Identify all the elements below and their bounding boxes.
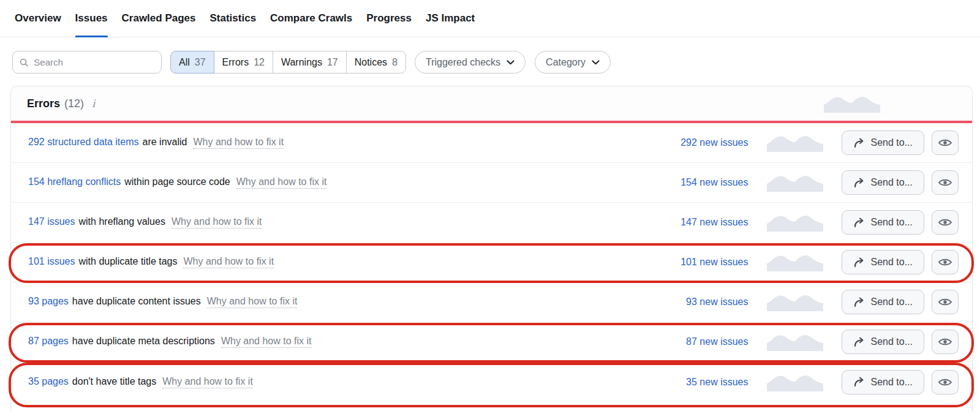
issue-count-link[interactable]: 35 pages <box>28 376 69 387</box>
new-issues-link[interactable]: 147 new issues <box>657 217 748 228</box>
send-to-button[interactable]: Send to... <box>842 210 925 235</box>
why-how-to-fix-link[interactable]: Why and how to fix it <box>172 216 262 228</box>
issue-text: 35 pages don't have title tags Why and h… <box>28 376 657 388</box>
hide-issue-button[interactable] <box>932 250 959 274</box>
search-box[interactable] <box>12 51 162 74</box>
trend-placeholder-icon <box>767 253 823 271</box>
why-how-to-fix-link[interactable]: Why and how to fix it <box>162 376 253 388</box>
new-issues-link[interactable]: 154 new issues <box>657 177 748 188</box>
send-to-button[interactable]: Send to... <box>842 290 925 314</box>
new-issues-link[interactable]: 93 new issues <box>657 296 748 308</box>
issue-count-link[interactable]: 154 hreflang conflicts <box>28 176 121 187</box>
issue-row: 87 pages have duplicate meta description… <box>11 322 972 362</box>
issue-description: within page source code <box>124 176 230 187</box>
trend-placeholder-icon <box>767 173 823 192</box>
send-to-button[interactable]: Send to... <box>842 170 925 195</box>
send-to-button[interactable]: Send to... <box>842 370 925 394</box>
issue-description: have duplicate meta descriptions <box>72 336 215 347</box>
severity-segmented-control: All 37 Errors 12 Warnings 17 Notices 8 <box>170 51 406 74</box>
forward-arrow-icon <box>853 297 865 308</box>
top-nav: Overview Issues Crawled Pages Statistics… <box>0 0 980 37</box>
trend-placeholder-icon <box>767 373 823 391</box>
eye-icon <box>938 297 952 307</box>
segment-count: 8 <box>392 57 398 68</box>
why-how-to-fix-link[interactable]: Why and how to fix it <box>207 296 298 308</box>
trend-placeholder-icon <box>767 293 823 311</box>
segment-all[interactable]: All 37 <box>170 51 214 74</box>
send-to-button[interactable]: Send to... <box>842 130 925 155</box>
filter-bar: All 37 Errors 12 Warnings 17 Notices 8 T… <box>0 37 980 74</box>
send-to-label: Send to... <box>871 296 913 308</box>
segment-label: Warnings <box>281 57 322 68</box>
new-issues-link[interactable]: 292 new issues <box>657 137 748 148</box>
hide-issue-button[interactable] <box>932 210 959 235</box>
issue-description: are invalid <box>143 137 187 148</box>
issue-description: with hreflang values <box>79 216 165 227</box>
search-icon <box>20 58 28 67</box>
issue-count-link[interactable]: 101 issues <box>28 256 75 267</box>
send-to-button[interactable]: Send to... <box>842 250 925 274</box>
tab-overview[interactable]: Overview <box>15 0 61 37</box>
segment-notices[interactable]: Notices 8 <box>346 51 406 74</box>
section-title: Errors <box>27 97 60 110</box>
info-icon[interactable]: i <box>92 97 95 110</box>
why-how-to-fix-link[interactable]: Why and how to fix it <box>183 256 274 268</box>
issue-row: 154 hreflang conflicts within page sourc… <box>11 163 972 203</box>
trend-placeholder-icon <box>767 333 823 351</box>
segment-label: Errors <box>222 57 249 68</box>
hide-issue-button[interactable] <box>932 370 959 394</box>
triggered-checks-dropdown[interactable]: Triggered checks <box>415 51 526 74</box>
tab-crawled-pages[interactable]: Crawled Pages <box>122 0 196 37</box>
forward-arrow-icon <box>853 337 865 347</box>
send-to-label: Send to... <box>871 377 913 388</box>
tab-js-impact[interactable]: JS Impact <box>426 0 475 37</box>
issue-description: don't have title tags <box>72 376 156 387</box>
issue-text: 154 hreflang conflicts within page sourc… <box>28 176 657 189</box>
send-to-label: Send to... <box>871 177 913 188</box>
category-dropdown[interactable]: Category <box>535 51 611 74</box>
eye-icon <box>938 257 952 267</box>
new-issues-link[interactable]: 101 new issues <box>657 257 748 268</box>
forward-arrow-icon <box>853 217 865 228</box>
why-how-to-fix-link[interactable]: Why and how to fix it <box>236 176 327 189</box>
why-how-to-fix-link[interactable]: Why and how to fix it <box>193 137 284 149</box>
errors-card: Errors (12) i 292 structured data items … <box>10 86 973 411</box>
issue-text: 147 issues with hreflang values Why and … <box>28 216 657 228</box>
send-to-button[interactable]: Send to... <box>842 330 925 354</box>
send-to-label: Send to... <box>871 257 913 268</box>
issue-row-actions: 101 new issues Send to... <box>657 250 973 274</box>
segment-errors[interactable]: Errors 12 <box>214 51 273 74</box>
issue-row-actions: 35 new issues Send to... <box>657 370 973 394</box>
hide-issue-button[interactable] <box>932 170 959 195</box>
eye-icon <box>938 178 952 187</box>
issue-count-link[interactable]: 87 pages <box>28 336 69 347</box>
new-issues-link[interactable]: 35 new issues <box>657 377 748 388</box>
issue-row-actions: 87 new issues Send to... <box>657 330 973 354</box>
tab-issues[interactable]: Issues <box>75 0 108 37</box>
section-count: (12) <box>64 97 84 110</box>
hide-issue-button[interactable] <box>932 330 959 354</box>
issue-row-actions: 93 new issues Send to... <box>657 290 973 314</box>
segment-count: 17 <box>327 57 338 68</box>
tab-progress[interactable]: Progress <box>366 0 412 37</box>
forward-arrow-icon <box>853 138 865 148</box>
new-issues-link[interactable]: 87 new issues <box>657 336 748 347</box>
issue-count-link[interactable]: 147 issues <box>28 216 75 227</box>
segment-warnings[interactable]: Warnings 17 <box>273 51 347 74</box>
issue-row-actions: 147 new issues Send to... <box>657 210 973 235</box>
search-input[interactable] <box>34 57 154 67</box>
hide-issue-button[interactable] <box>932 290 959 314</box>
segment-count: 12 <box>254 57 265 68</box>
issue-count-link[interactable]: 93 pages <box>28 296 69 307</box>
tab-statistics[interactable]: Statistics <box>210 0 257 37</box>
issue-count-link[interactable]: 292 structured data items <box>28 137 139 148</box>
tab-compare-crawls[interactable]: Compare Crawls <box>270 0 352 37</box>
send-to-label: Send to... <box>871 336 913 347</box>
dropdown-label: Category <box>546 57 586 68</box>
issue-row: 147 issues with hreflang values Why and … <box>11 203 972 243</box>
hide-issue-button[interactable] <box>932 130 959 155</box>
trend-placeholder-icon <box>767 213 823 232</box>
trend-placeholder-icon <box>767 134 823 152</box>
why-how-to-fix-link[interactable]: Why and how to fix it <box>221 336 312 348</box>
eye-icon <box>938 138 952 148</box>
